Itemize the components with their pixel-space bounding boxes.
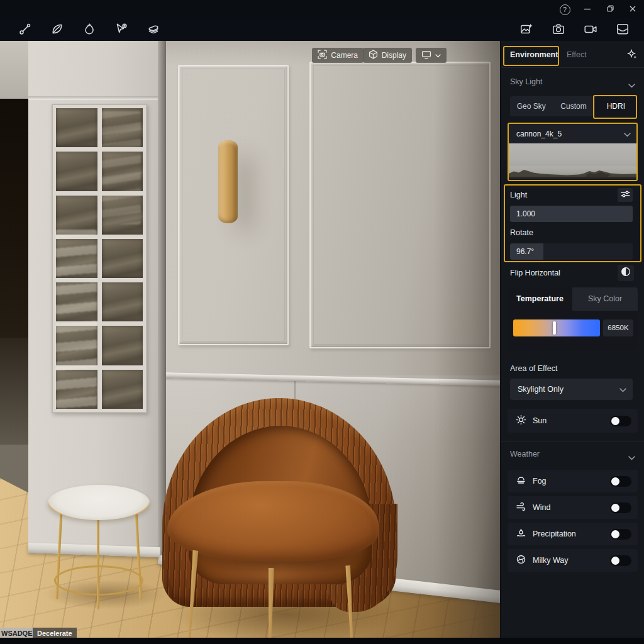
cursor-plus-icon [114,22,128,38]
flip-horizontal-label: Flip Horizontal [510,269,560,277]
glass-pane [102,326,143,365]
sky-mode-custom[interactable]: Custom [552,96,594,116]
flip-horizontal-button[interactable] [618,265,634,281]
sun-toggle[interactable] [610,416,631,426]
door-trim [28,96,162,100]
toggle-knob [611,557,619,565]
title-bar: ? [0,0,644,19]
toggle-knob [611,530,619,538]
wind-label: Wind [533,503,550,512]
asset-library-button[interactable] [615,23,630,38]
view-layout-button[interactable] [416,48,447,63]
monitor-icon [421,50,431,61]
weather-row-milky-way[interactable]: Milky Way [508,549,638,572]
door-jamb [158,41,166,555]
sun-row[interactable]: Sun [508,409,638,433]
ai-enhance-button[interactable] [626,48,638,62]
area-of-effect-dropdown[interactable]: Skylight Only [510,379,633,400]
layers-tool-button[interactable] [146,23,161,38]
hdri-terrain [509,143,636,179]
sun-label: Sun [533,416,547,425]
path-tool-button[interactable] [18,23,33,38]
side-table-ring [54,565,143,596]
wind-icon [516,501,526,514]
decelerate-hint: Decelerate [33,628,77,638]
chevron-down-icon [435,51,441,60]
viewport-scene[interactable]: Camera Display WSADQE Decelerate [0,41,500,638]
armchair-seat-cushion [167,481,379,562]
sky-mode-geo-sky[interactable]: Geo Sky [510,96,552,116]
minimize-icon [584,4,591,15]
toggle-knob [611,504,619,512]
video-camera-icon [584,22,597,38]
help-button[interactable]: ? [553,0,576,19]
foliage-tool-button[interactable] [50,23,65,38]
light-settings-button[interactable] [618,188,633,202]
collapse-chevron-icon[interactable] [628,79,635,91]
close-button[interactable] [621,0,644,19]
close-icon [629,4,636,15]
tab-temperature[interactable]: Temperature [508,287,572,311]
area-of-effect-value: Skylight Only [518,385,564,394]
precipitation-toggle[interactable] [610,529,631,540]
main-toolbar [0,19,644,41]
weather-row-precipitation[interactable]: Precipitation [508,523,638,545]
weather-row-wind[interactable]: Wind [508,496,638,519]
tab-sky-color[interactable]: Sky Color [572,287,638,311]
light-intensity-slider[interactable]: 1.000 [510,206,633,222]
leaf-icon [50,22,64,38]
divider [501,67,644,68]
dark-doorway-opening [0,99,30,338]
toggle-knob [611,417,619,425]
milky-way-toggle[interactable] [610,555,631,566]
asset-inbox-icon [616,22,630,38]
chevron-down-icon [619,384,626,395]
select-add-tool-button[interactable] [114,23,129,38]
glass-pane [56,196,97,235]
camera-view-button[interactable]: Camera [312,48,364,63]
sparkles-icon [626,51,638,62]
divider [501,441,644,442]
tab-environment[interactable]: Environment [510,50,558,59]
restore-button[interactable] [599,0,621,19]
temperature-value-box[interactable]: 6850K [603,319,633,336]
camera-frame-icon [318,50,327,61]
light-intensity-value: 1.000 [510,209,535,218]
glass-pane [102,239,143,278]
restore-icon [606,4,614,15]
fog-toggle[interactable] [610,476,631,487]
wind-toggle[interactable] [610,502,631,513]
environment-panel: Environment Effect Sky Light Geo Sky Cus… [500,41,644,638]
render-image-button[interactable] [519,23,534,38]
tab-effect[interactable]: Effect [567,50,587,59]
precipitation-label: Precipitation [533,530,576,538]
area-of-effect-label: Area of Effect [510,364,558,373]
sun-icon [516,414,526,428]
sky-light-section-title[interactable]: Sky Light [510,77,542,86]
sky-mode-hdri[interactable]: HDRI [595,96,637,116]
weather-row-fog[interactable]: Fog [508,470,638,492]
wall-shadow [434,41,500,638]
rotate-slider[interactable]: 96.7° [510,243,633,260]
display-mode-button[interactable]: Display [363,48,412,63]
glass-pane [102,370,143,409]
weather-section-title[interactable]: Weather [510,450,540,458]
video-record-button[interactable] [583,23,598,38]
camera-view-label: Camera [331,51,358,60]
minimize-button[interactable] [576,0,599,19]
tool-group-right [519,23,630,38]
sky-color-card: Temperature Sky Color 6850K [508,287,638,350]
fog-label: Fog [533,477,547,486]
hdri-select-dropdown[interactable]: cannon_4k_5 [509,124,636,143]
collapse-chevron-icon[interactable] [628,452,635,463]
rotate-label: Rotate [510,228,533,237]
temperature-slider-handle[interactable] [553,321,556,335]
contrast-half-circle-icon [621,267,631,279]
camera-icon [552,22,565,38]
render-image-icon [519,22,533,38]
screenshot-button[interactable] [551,23,566,38]
fire-tool-button[interactable] [82,23,97,38]
glass-reflection [55,230,97,408]
temperature-gradient-slider[interactable] [513,319,600,336]
wall-sconce [218,140,238,223]
